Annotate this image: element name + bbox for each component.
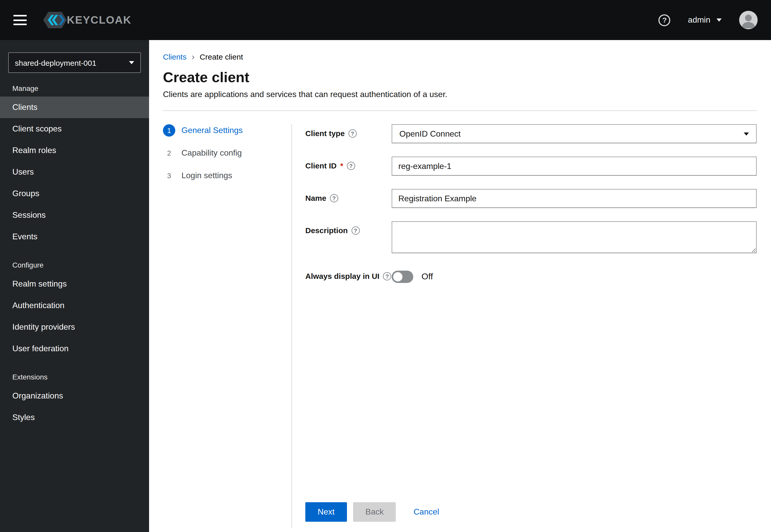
client-type-label: Client type bbox=[305, 124, 392, 138]
page-subtitle: Clients are applications and services th… bbox=[163, 90, 757, 99]
sidebar-item-sessions[interactable]: Sessions bbox=[0, 204, 149, 226]
chevron-down-icon bbox=[717, 18, 722, 22]
person-icon bbox=[739, 11, 758, 29]
wizard-step-login-settings[interactable]: 3 Login settings bbox=[163, 169, 292, 182]
step-number: 3 bbox=[163, 169, 175, 182]
client-id-row: Client ID * bbox=[305, 157, 757, 176]
label-text: Always display in UI bbox=[305, 272, 379, 280]
chevron-down-icon bbox=[129, 61, 134, 64]
label-text: Name bbox=[305, 194, 326, 202]
back-button[interactable]: Back bbox=[353, 502, 396, 522]
nav-section-configure: Configure Realm settings Authentication … bbox=[0, 261, 149, 359]
keycloak-logo-icon bbox=[40, 10, 70, 30]
cancel-button[interactable]: Cancel bbox=[407, 502, 445, 522]
breadcrumb: Clients › Create client bbox=[163, 52, 757, 61]
breadcrumb-current: Create client bbox=[200, 52, 243, 61]
name-label: Name bbox=[305, 189, 392, 202]
label-text: Client type bbox=[305, 129, 345, 138]
client-id-input[interactable] bbox=[392, 157, 757, 176]
sidebar-item-identity-providers[interactable]: Identity providers bbox=[0, 316, 149, 338]
sidebar: shared-deployment-001 Manage Clients Cli… bbox=[0, 40, 149, 532]
user-menu[interactable]: admin bbox=[688, 15, 722, 25]
description-row: Description bbox=[305, 221, 757, 255]
help-icon[interactable] bbox=[659, 14, 671, 26]
help-icon[interactable] bbox=[330, 194, 338, 202]
sidebar-item-groups[interactable]: Groups bbox=[0, 183, 149, 204]
toggle-knob bbox=[393, 272, 402, 281]
realm-selector[interactable]: shared-deployment-001 bbox=[8, 52, 141, 73]
step-number: 2 bbox=[163, 147, 175, 159]
sidebar-item-client-scopes[interactable]: Client scopes bbox=[0, 118, 149, 140]
client-type-row: Client type OpenID Connect bbox=[305, 124, 757, 143]
realm-selector-value: shared-deployment-001 bbox=[15, 58, 96, 67]
name-input[interactable] bbox=[392, 189, 757, 208]
name-row: Name bbox=[305, 189, 757, 208]
wizard-nav: 1 General Settings 2 Capability config 3… bbox=[163, 124, 292, 532]
description-textarea[interactable] bbox=[392, 221, 757, 253]
always-display-label: Always display in UI bbox=[305, 269, 392, 280]
top-header: KEYCLOAK admin bbox=[0, 0, 771, 40]
keycloak-logo: KEYCLOAK bbox=[40, 10, 131, 30]
required-asterisk: * bbox=[340, 161, 343, 170]
next-button[interactable]: Next bbox=[305, 502, 347, 522]
step-label: Login settings bbox=[181, 171, 232, 180]
page-title: Create client bbox=[163, 69, 757, 86]
wizard-step-general-settings[interactable]: 1 General Settings bbox=[163, 124, 292, 137]
sidebar-item-clients[interactable]: Clients bbox=[0, 97, 149, 118]
sidebar-item-realm-settings[interactable]: Realm settings bbox=[0, 273, 149, 295]
menu-toggle-icon[interactable] bbox=[13, 15, 27, 25]
help-icon[interactable] bbox=[351, 226, 360, 234]
form-actions: Next Back Cancel bbox=[305, 502, 757, 532]
client-type-value: OpenID Connect bbox=[399, 129, 460, 138]
nav-section-title: Manage bbox=[0, 84, 149, 97]
nav-section-manage: Manage Clients Client scopes Realm roles… bbox=[0, 84, 149, 248]
keycloak-admin-console: KEYCLOAK admin shared-deployment-001 Man… bbox=[0, 0, 771, 532]
sidebar-item-styles[interactable]: Styles bbox=[0, 407, 149, 428]
client-id-label: Client ID * bbox=[305, 157, 392, 170]
nav-section-title: Configure bbox=[0, 261, 149, 273]
help-icon[interactable] bbox=[348, 129, 356, 137]
avatar[interactable] bbox=[739, 11, 758, 29]
toggle-state-label: Off bbox=[421, 272, 433, 282]
chevron-down-icon bbox=[744, 132, 749, 135]
sidebar-item-events[interactable]: Events bbox=[0, 226, 149, 248]
sidebar-item-user-federation[interactable]: User federation bbox=[0, 338, 149, 359]
main-content: Clients › Create client Create client Cl… bbox=[149, 40, 771, 532]
breadcrumb-clients-link[interactable]: Clients bbox=[163, 52, 186, 61]
label-text: Client ID bbox=[305, 161, 337, 170]
sidebar-item-users[interactable]: Users bbox=[0, 161, 149, 183]
username: admin bbox=[688, 15, 710, 25]
nav-section-title: Extensions bbox=[0, 373, 149, 385]
help-icon[interactable] bbox=[347, 161, 355, 170]
create-client-form: Client type OpenID Connect Client ID * bbox=[292, 124, 757, 532]
always-display-row: Always display in UI Off bbox=[305, 269, 757, 283]
breadcrumb-separator-icon: › bbox=[192, 52, 195, 61]
always-display-toggle[interactable] bbox=[392, 271, 413, 283]
step-number: 1 bbox=[163, 124, 175, 137]
nav-section-extensions: Extensions Organizations Styles bbox=[0, 373, 149, 428]
brand-text: KEYCLOAK bbox=[67, 14, 131, 26]
label-text: Description bbox=[305, 226, 348, 235]
wizard-step-capability-config[interactable]: 2 Capability config bbox=[163, 147, 292, 159]
help-icon[interactable] bbox=[383, 272, 391, 280]
client-type-select[interactable]: OpenID Connect bbox=[392, 124, 757, 143]
sidebar-item-organizations[interactable]: Organizations bbox=[0, 385, 149, 407]
description-label: Description bbox=[305, 221, 392, 235]
step-label: General Settings bbox=[181, 126, 243, 135]
sidebar-item-authentication[interactable]: Authentication bbox=[0, 295, 149, 316]
sidebar-item-realm-roles[interactable]: Realm roles bbox=[0, 140, 149, 161]
step-label: Capability config bbox=[181, 148, 242, 158]
